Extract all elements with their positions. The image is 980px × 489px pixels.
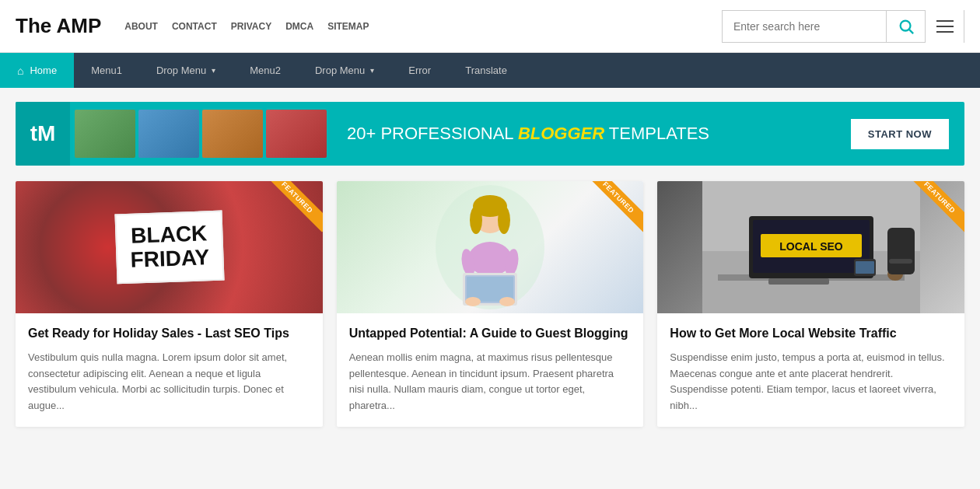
banner-images: tM	[16, 102, 331, 166]
svg-rect-31	[889, 259, 912, 264]
search-icon	[898, 18, 915, 35]
person-laptop-svg	[428, 181, 552, 313]
top-link-about[interactable]: ABOUT	[124, 21, 158, 32]
svg-point-7	[468, 242, 512, 276]
nav-dropmenu1[interactable]: Drop Menu ▾	[139, 53, 233, 88]
banner-section: tM 20+ PROFESSIONAL BLOGGER TEMPLATES	[0, 88, 980, 173]
card-3: LOCAL SEO FEATURED	[657, 181, 964, 427]
card-2-body: Untapped Potential: A Guide to Guest Blo…	[337, 313, 644, 427]
svg-point-13	[465, 297, 481, 306]
card-3-title[interactable]: How to Get More Local Website Traffic	[670, 326, 952, 342]
nav-translate[interactable]: Translate	[448, 53, 524, 88]
search-area	[722, 10, 964, 43]
top-link-dmca[interactable]: DMCA	[285, 21, 313, 32]
card-1-title[interactable]: Get Ready for Holiday Sales - Last SEO T…	[28, 326, 310, 342]
top-link-contact[interactable]: CONTACT	[172, 21, 217, 32]
banner-cta-button[interactable]: START NOW	[851, 119, 949, 149]
hamburger-button[interactable]	[925, 10, 964, 43]
cards-section: BLACKFRIDAY FEATURED Get Ready for Holid…	[0, 173, 980, 442]
svg-rect-26	[856, 261, 874, 274]
featured-badge-2: FEATURED	[581, 181, 643, 243]
banner: tM 20+ PROFESSIONAL BLOGGER TEMPLATES	[16, 102, 964, 166]
svg-point-0	[900, 20, 910, 30]
card-2: FEATURED Untapped Potential: A Guide to …	[337, 181, 644, 427]
top-bar: The AMP ABOUT CONTACT PRIVACY DMCA SITEM…	[0, 0, 980, 53]
local-seo-svg: LOCAL SEO	[702, 181, 920, 313]
card-1: BLACKFRIDAY FEATURED Get Ready for Holid…	[16, 181, 323, 427]
banner-thumb-4	[266, 110, 327, 158]
card-3-body: How to Get More Local Website Traffic Su…	[657, 313, 964, 427]
featured-badge-1: FEATURED	[261, 181, 323, 243]
card-3-image: LOCAL SEO FEATURED	[657, 181, 964, 313]
banner-thumb-3	[202, 110, 263, 158]
site-title: The AMP	[16, 14, 101, 38]
nav-menu1[interactable]: Menu1	[74, 53, 139, 88]
nav-error[interactable]: Error	[391, 53, 448, 88]
top-links: ABOUT CONTACT PRIVACY DMCA SITEMAP	[124, 21, 722, 32]
svg-rect-24	[768, 278, 829, 285]
banner-thumb-1	[75, 110, 135, 158]
svg-point-14	[499, 297, 515, 306]
card-1-image: BLACKFRIDAY FEATURED	[16, 181, 323, 313]
banner-thumb-2	[138, 110, 199, 158]
svg-point-5	[470, 206, 482, 234]
featured-badge-3: FEATURED	[902, 181, 964, 243]
top-link-sitemap[interactable]: SITEMAP	[327, 21, 369, 32]
nav-dropmenu2[interactable]: Drop Menu ▾	[298, 53, 391, 88]
nav-home[interactable]: ⌂ Home	[0, 53, 74, 88]
banner-thumbnails	[70, 105, 331, 162]
home-icon: ⌂	[17, 65, 23, 77]
banner-logo: tM	[16, 102, 70, 166]
search-button[interactable]	[886, 11, 925, 42]
card-2-image: FEATURED	[337, 181, 644, 313]
chevron-down-icon-2: ▾	[370, 66, 374, 75]
search-input[interactable]	[723, 11, 886, 42]
svg-text:LOCAL SEO: LOCAL SEO	[779, 240, 843, 253]
card-2-title[interactable]: Untapped Potential: A Guide to Guest Blo…	[349, 326, 632, 342]
card-1-excerpt: Vestibulum quis nulla magna. Lorem ipsum…	[28, 350, 310, 414]
chevron-down-icon: ▾	[212, 66, 215, 75]
top-link-privacy[interactable]: PRIVACY	[231, 21, 271, 32]
card-3-excerpt: Suspendisse enim justo, tempus a porta a…	[670, 350, 952, 414]
card-1-body: Get Ready for Holiday Sales - Last SEO T…	[16, 313, 323, 427]
svg-line-1	[909, 30, 913, 33]
svg-point-6	[498, 206, 510, 234]
black-friday-sign: BLACKFRIDAY	[114, 211, 224, 284]
banner-text: 20+ PROFESSIONAL BLOGGER TEMPLATES	[331, 124, 851, 144]
nav-menu2[interactable]: Menu2	[233, 53, 298, 88]
card-2-excerpt: Aenean mollis enim magna, at maximus ris…	[349, 350, 632, 414]
hamburger-icon	[936, 20, 954, 33]
main-nav: ⌂ Home Menu1 Drop Menu ▾ Menu2 Drop Menu…	[0, 53, 980, 88]
